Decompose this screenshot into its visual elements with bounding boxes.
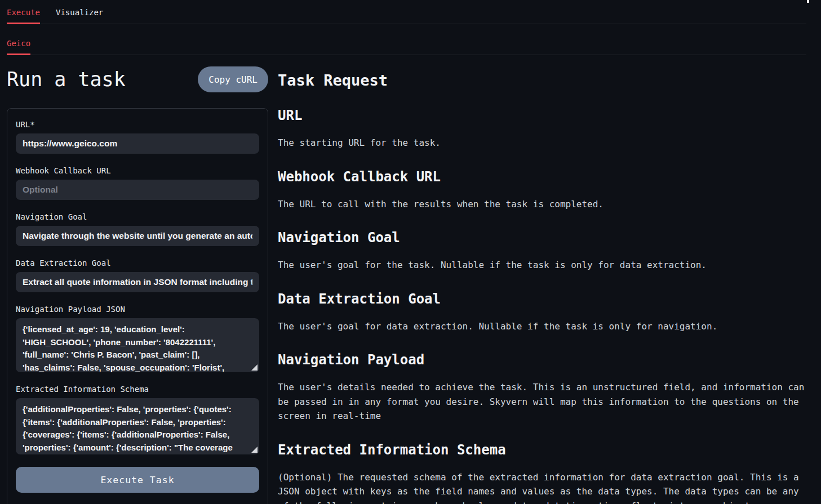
docs-section-navigation-goal-body: The user's goal for the task. Nullable i… bbox=[278, 258, 806, 273]
main-content: Run a task Copy cURL URL* Webhook Callba… bbox=[0, 55, 821, 504]
resize-grip-icon[interactable] bbox=[251, 447, 258, 453]
navigation-goal-field-group: Navigation Goal bbox=[16, 212, 259, 246]
navigation-payload-label: Navigation Payload JSON bbox=[16, 305, 259, 314]
webhook-field-group: Webhook Callback URL bbox=[16, 166, 259, 200]
app-root: Execute Visualizer Geico Run a task Copy… bbox=[0, 0, 821, 504]
docs-section-webhook-body: The URL to call with the results when th… bbox=[278, 197, 806, 212]
docs-section-webhook-heading: Webhook Callback URL bbox=[278, 169, 806, 185]
execute-task-button[interactable]: Execute Task bbox=[16, 467, 259, 493]
docs-section-data-extraction-goal-body: The user's goal for data extraction. Nul… bbox=[278, 319, 806, 334]
extracted-schema-textarea[interactable]: {'additionalProperties': False, 'propert… bbox=[16, 398, 259, 454]
navigation-payload-wrap: {'licensed_at_age': 19, 'education_level… bbox=[16, 318, 259, 372]
run-task-header: Run a task Copy cURL bbox=[7, 66, 268, 92]
resize-grip-icon[interactable] bbox=[251, 364, 258, 371]
main-tab-bar: Execute Visualizer bbox=[7, 0, 806, 24]
navigation-goal-label: Navigation Goal bbox=[16, 212, 259, 221]
tab-geico[interactable]: Geico bbox=[7, 39, 30, 55]
docs-section-navigation-goal-heading: Navigation Goal bbox=[278, 230, 806, 246]
docs-section-navigation-payload-heading: Navigation Payload bbox=[278, 352, 806, 368]
docs-section-extracted-schema-body: (Optional) The requested schema of the e… bbox=[278, 470, 806, 504]
data-extraction-goal-label: Data Extraction Goal bbox=[16, 258, 259, 267]
run-task-panel: Run a task Copy cURL URL* Webhook Callba… bbox=[7, 55, 268, 504]
docs-section-navigation-payload-body: The user's details needed to achieve the… bbox=[278, 380, 806, 423]
navigation-payload-field-group: Navigation Payload JSON {'licensed_at_ag… bbox=[16, 305, 259, 372]
webhook-input[interactable] bbox=[16, 180, 259, 200]
data-extraction-goal-input[interactable] bbox=[16, 272, 259, 292]
task-form-card: URL* Webhook Callback URL Navigation Goa… bbox=[7, 108, 268, 504]
webhook-label: Webhook Callback URL bbox=[16, 166, 259, 175]
url-input[interactable] bbox=[16, 133, 259, 154]
navigation-goal-input[interactable] bbox=[16, 226, 259, 246]
extracted-schema-label: Extracted Information Schema bbox=[16, 385, 259, 394]
scrollbar-thumb[interactable] bbox=[807, 0, 809, 3]
tab-visualizer[interactable]: Visualizer bbox=[56, 8, 103, 24]
extracted-schema-wrap: {'additionalProperties': False, 'propert… bbox=[16, 398, 259, 454]
docs-section-extracted-schema-heading: Extracted Information Schema bbox=[278, 442, 806, 458]
page-title: Run a task bbox=[7, 68, 126, 91]
tab-execute[interactable]: Execute bbox=[7, 8, 40, 24]
docs-section-url-heading: URL bbox=[278, 108, 806, 123]
data-extraction-goal-field-group: Data Extraction Goal bbox=[16, 258, 259, 292]
url-field-group: URL* bbox=[16, 120, 259, 154]
copy-curl-button[interactable]: Copy cURL bbox=[198, 66, 268, 92]
docs-section-data-extraction-goal-heading: Data Extraction Goal bbox=[278, 291, 806, 307]
url-label: URL* bbox=[16, 120, 259, 129]
docs-title: Task Request bbox=[278, 72, 806, 89]
docs-section-url-body: The starting URL for the task. bbox=[278, 136, 806, 150]
navigation-payload-textarea[interactable]: {'licensed_at_age': 19, 'education_level… bbox=[16, 318, 259, 372]
extracted-schema-field-group: Extracted Information Schema {'additiona… bbox=[16, 385, 259, 454]
task-request-docs: Task Request URL The starting URL for th… bbox=[278, 55, 806, 504]
secondary-tab-bar: Geico bbox=[7, 24, 806, 55]
